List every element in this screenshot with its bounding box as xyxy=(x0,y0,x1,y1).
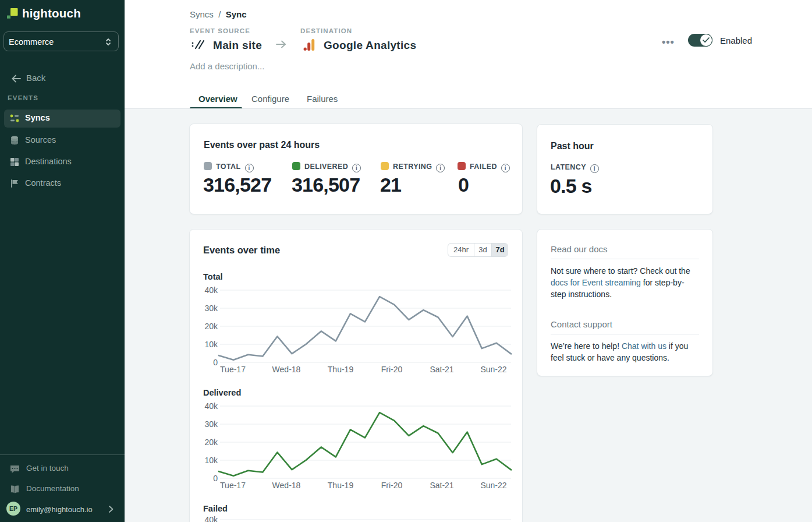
svg-text:10k: 10k xyxy=(204,456,218,465)
svg-text:10k: 10k xyxy=(204,340,218,349)
svg-text:40k: 40k xyxy=(204,285,218,295)
svg-text:0: 0 xyxy=(213,474,218,483)
svg-text:Sat-21: Sat-21 xyxy=(430,481,453,490)
svg-text:Wed-18: Wed-18 xyxy=(272,481,301,490)
svg-text:Sat-21: Sat-21 xyxy=(430,365,453,374)
svg-text:40k: 40k xyxy=(204,515,218,522)
svg-text:Thu-19: Thu-19 xyxy=(328,365,354,374)
svg-text:0: 0 xyxy=(213,358,218,367)
svg-text:Thu-19: Thu-19 xyxy=(328,481,354,490)
svg-text:Fri-20: Fri-20 xyxy=(381,365,403,374)
svg-text:Wed-18: Wed-18 xyxy=(272,365,301,374)
svg-text:Fri-20: Fri-20 xyxy=(381,481,403,490)
svg-text:40k: 40k xyxy=(204,401,218,411)
svg-text:Tue-17: Tue-17 xyxy=(220,365,246,374)
svg-text:Sun-22: Sun-22 xyxy=(480,365,506,374)
svg-text:30k: 30k xyxy=(204,419,218,429)
svg-text:20k: 20k xyxy=(204,322,218,331)
svg-text:20k: 20k xyxy=(204,438,218,447)
svg-text:Tue-17: Tue-17 xyxy=(220,481,246,490)
svg-text:Sun-22: Sun-22 xyxy=(480,481,506,490)
svg-text:30k: 30k xyxy=(204,304,218,313)
